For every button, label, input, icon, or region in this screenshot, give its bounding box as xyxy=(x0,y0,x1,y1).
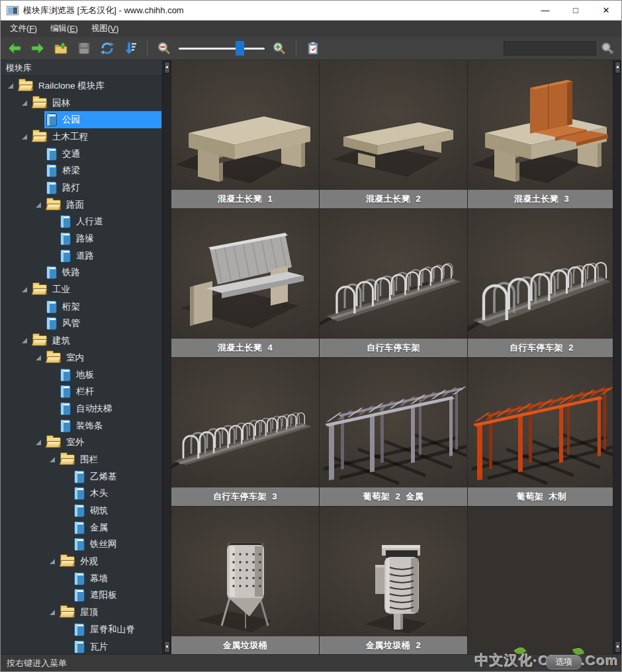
expand-arrow-icon[interactable] xyxy=(8,83,13,89)
tree-item[interactable]: 人行道 xyxy=(1,214,163,231)
tree-item[interactable]: 金属 xyxy=(1,519,163,536)
tree-scrollbar[interactable] xyxy=(162,60,171,654)
tree-item[interactable]: 路灯 xyxy=(1,179,163,196)
tree-item[interactable]: 外观 xyxy=(1,553,163,570)
content-scrollbar-thumb[interactable] xyxy=(615,62,621,73)
tree-item[interactable]: 路缘 xyxy=(1,230,163,247)
folder-icon xyxy=(32,132,47,142)
asset-card[interactable]: 混凝土长凳 4 xyxy=(171,209,319,357)
asset-card[interactable]: 金属垃圾桶 2 xyxy=(320,507,467,654)
zoom-out-button[interactable] xyxy=(156,40,173,57)
expand-arrow-icon[interactable] xyxy=(50,457,55,462)
tree-item[interactable]: 园林 xyxy=(1,95,163,112)
asset-browser: 混凝土长凳 1 混凝土长凳 2 xyxy=(171,60,613,654)
zoom-slider-track[interactable] xyxy=(179,48,265,50)
tree-item-label: 工业 xyxy=(52,284,70,296)
tree-item[interactable]: 路面 xyxy=(1,196,163,214)
save-button[interactable] xyxy=(75,40,93,57)
tree-item[interactable]: 风管 xyxy=(1,315,163,333)
asset-card[interactable]: 混凝土长凳 2 xyxy=(320,60,467,208)
asset-card[interactable]: 金属垃圾桶 xyxy=(171,507,319,654)
tree-item[interactable]: 交通 xyxy=(1,146,163,163)
tree-item-label: 人行道 xyxy=(76,216,103,228)
tree-item[interactable]: 铁路 xyxy=(1,265,163,282)
expand-arrow-icon[interactable] xyxy=(22,101,27,106)
tree-scrollbar-thumb[interactable] xyxy=(164,62,170,73)
content-scrollbar[interactable] xyxy=(613,60,621,654)
tree-scrollbar-down-button[interactable] xyxy=(164,641,170,653)
asset-grid: 混凝土长凳 1 混凝土长凳 2 xyxy=(171,60,613,654)
expand-arrow-icon[interactable] xyxy=(36,440,41,445)
asset-card[interactable]: 混凝土长凳 3 xyxy=(468,60,613,208)
tree-item[interactable]: 道路 xyxy=(1,247,163,265)
asset-card[interactable]: 自行车停车架 2 xyxy=(468,209,613,357)
book-icon xyxy=(74,640,85,653)
book-icon xyxy=(46,181,57,194)
search-button[interactable] xyxy=(599,40,616,57)
asset-card[interactable]: 混凝土长凳 1 xyxy=(171,60,319,208)
tree-item[interactable]: 乙烯基 xyxy=(1,468,163,485)
tree-item[interactable]: 桁架 xyxy=(1,298,163,315)
library-tree-panel: 模块库 Railclone 模块库 园林 公园 土木工程 交通 桥梁 路灯 路面… xyxy=(1,60,171,654)
sort-descending-button[interactable] xyxy=(122,40,139,57)
tree-item-label: 交通 xyxy=(62,148,80,160)
options-button[interactable]: 选项 xyxy=(546,655,582,669)
zoom-in-button[interactable] xyxy=(271,40,288,57)
tree-item[interactable]: 遮阳板 xyxy=(1,587,163,605)
back-button[interactable] xyxy=(6,40,23,57)
asset-card[interactable]: 自行车停车架 3 xyxy=(171,358,319,506)
window-title: 模块库浏览器 [无名汉化] - www.chihh.com xyxy=(23,5,530,17)
expand-arrow-icon[interactable] xyxy=(36,202,41,208)
parent-folder-button[interactable] xyxy=(52,40,69,57)
tree-item-label: 栏杆 xyxy=(76,386,94,398)
tree-item[interactable]: 土木工程 xyxy=(1,128,163,146)
menu-item-edit[interactable]: 编辑(E) xyxy=(44,21,85,37)
tree-item[interactable]: 屋脊和山脊 xyxy=(1,621,163,638)
asset-card[interactable]: 自行车停车架 xyxy=(320,209,467,357)
zoom-slider[interactable] xyxy=(179,40,265,56)
tree-item[interactable]: 自动扶梯 xyxy=(1,400,163,417)
tree-item[interactable]: 围栏 xyxy=(1,451,163,468)
tree-item-label: Railclone 模块库 xyxy=(38,80,105,92)
zoom-slider-thumb[interactable] xyxy=(236,41,244,56)
expand-arrow-icon[interactable] xyxy=(22,134,27,140)
tree-item[interactable]: 瓦片 xyxy=(1,638,163,654)
close-button[interactable]: ✕ xyxy=(591,1,621,20)
minimize-button[interactable]: — xyxy=(530,1,560,20)
folder-icon xyxy=(19,81,33,91)
expand-arrow-icon[interactable] xyxy=(36,355,41,360)
expand-arrow-icon[interactable] xyxy=(22,338,27,343)
tree-item[interactable]: 铁丝网 xyxy=(1,536,163,554)
tree-item[interactable]: 装饰条 xyxy=(1,417,163,435)
maximize-button[interactable]: □ xyxy=(560,1,591,20)
asset-card[interactable]: 葡萄架 木制 xyxy=(468,358,613,506)
tree-item-label: 砌筑 xyxy=(90,505,108,517)
tree-item[interactable]: Railclone 模块库 xyxy=(1,77,163,95)
expand-arrow-icon[interactable] xyxy=(22,287,27,292)
tree-item[interactable]: 屋顶 xyxy=(1,604,163,621)
tree-item[interactable]: 室外 xyxy=(1,434,163,451)
tree-item[interactable]: 室内 xyxy=(1,349,163,366)
search-input[interactable] xyxy=(504,41,596,56)
tree-item[interactable]: 幕墙 xyxy=(1,570,163,587)
forward-button[interactable] xyxy=(29,40,46,57)
paste-button[interactable] xyxy=(304,40,322,57)
menu-item-file[interactable]: 文件(F) xyxy=(3,21,44,37)
tree-item[interactable]: 砌筑 xyxy=(1,502,163,519)
library-tree: Railclone 模块库 园林 公园 土木工程 交通 桥梁 路灯 路面 人行道… xyxy=(1,76,163,654)
status-hint: 按右键进入菜单 xyxy=(7,657,67,669)
tree-item[interactable]: 桥梁 xyxy=(1,162,163,179)
asset-card[interactable]: 葡萄架 2 金属 xyxy=(320,358,467,506)
book-icon xyxy=(60,368,71,382)
tree-item[interactable]: 地板 xyxy=(1,366,163,384)
tree-item-selected[interactable]: 公园 xyxy=(1,111,163,128)
tree-item[interactable]: 建筑 xyxy=(1,332,163,349)
tree-item-label: 铁路 xyxy=(62,267,80,278)
tree-item[interactable]: 栏杆 xyxy=(1,383,163,400)
tree-item[interactable]: 木头 xyxy=(1,485,163,503)
menu-item-view[interactable]: 视图(V) xyxy=(85,21,126,37)
refresh-button[interactable] xyxy=(99,40,116,57)
expand-arrow-icon[interactable] xyxy=(50,610,55,615)
expand-arrow-icon[interactable] xyxy=(50,559,55,564)
tree-item[interactable]: 工业 xyxy=(1,281,163,298)
